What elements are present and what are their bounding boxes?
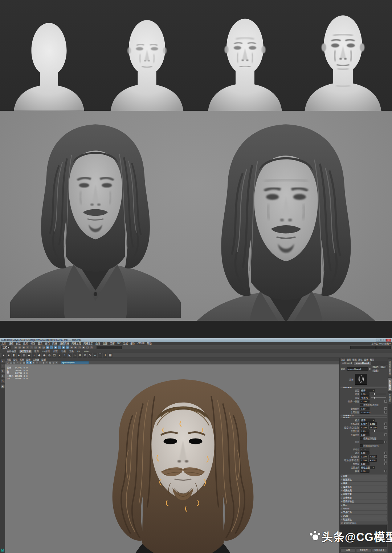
menu-item[interactable]: Arnold <box>138 342 144 345</box>
attribute-editor-menu-item[interactable]: 列表 <box>341 358 345 361</box>
input-line-field[interactable] <box>97 346 122 349</box>
density-field[interactable]: 1.00 <box>360 392 369 396</box>
menu-item[interactable]: 编辑网格 <box>60 342 69 345</box>
shelf-tab[interactable]: 曲线/曲面 <box>6 350 17 353</box>
viewport-toolbar-icon[interactable]: ▧ <box>23 361 25 364</box>
texture-map-icon[interactable] <box>384 407 387 410</box>
status-icon[interactable]: ◪ <box>42 346 45 349</box>
region-mask-a-field[interactable]: 1.000 <box>360 455 368 458</box>
viewport-toolbar-icon[interactable]: ▢ <box>6 361 9 364</box>
section-header-primitive[interactable]: 基本体形状 <box>340 415 387 416</box>
collapsed-section-header[interactable]: 显示 <box>340 504 387 507</box>
tool-icon[interactable]: ✛ <box>1 374 5 378</box>
shelf-tab[interactable]: 动画 <box>60 350 67 353</box>
region-mask-b-field[interactable]: 4.000 <box>369 455 377 458</box>
viewport-toolbar-icon[interactable]: ▯ <box>19 361 22 364</box>
lod-viewport-field[interactable]: 1.417 <box>360 422 368 425</box>
footer-button[interactable]: 复制选项卡 <box>372 548 387 552</box>
curl-field[interactable]: 0.00 <box>360 462 369 465</box>
menu-item[interactable]: 变形 <box>110 342 115 345</box>
status-icon[interactable]: ⚙ <box>90 346 93 349</box>
tool-icon[interactable]: ◌ <box>1 364 5 368</box>
shelf-icon[interactable]: ◍ <box>22 353 26 358</box>
texture-map-icon[interactable] <box>384 459 387 461</box>
footer-button[interactable]: 选择 <box>340 548 355 552</box>
viewport[interactable]: 视图着色照明显示渲染器面板 ▢◫▤▭▯▧◇◆◈☀◐◉≈▨◎± xgDescrip… <box>5 358 339 553</box>
panel-menu-item[interactable]: 渲染器 <box>33 358 39 361</box>
texture-map-icon[interactable] <box>384 433 387 436</box>
panel-menu-item[interactable]: 照明 <box>20 358 24 361</box>
status-icon[interactable]: ▢ <box>86 346 89 349</box>
shelf-icon[interactable]: ✎ <box>88 353 92 358</box>
menu-item[interactable]: 网格 <box>52 342 57 345</box>
width-slider[interactable] <box>371 397 386 398</box>
viewport-toolbar-icon[interactable]: ▭ <box>16 361 19 364</box>
sidebar-toggle-group[interactable] <box>376 346 391 349</box>
status-icon[interactable]: ↶ <box>26 346 29 349</box>
mode-dropdown[interactable]: 修饰 <box>360 419 375 422</box>
type-dropdown[interactable]: 修饰 <box>360 389 375 392</box>
shelf-icon[interactable]: ▲ <box>17 353 21 358</box>
sidebar-tab[interactable]: 通道盒/层编辑器 <box>388 359 392 377</box>
collapsed-section-header[interactable]: 放置属性 <box>340 478 387 481</box>
quick-select-field[interactable] <box>350 346 376 349</box>
viewport-toolbar-icon[interactable]: ◆ <box>29 361 32 364</box>
panel-menu-item[interactable]: 着色 <box>13 358 17 361</box>
menu-item[interactable]: 修改 <box>30 342 35 345</box>
collapsed-section-header[interactable]: 成束效果 <box>340 489 387 492</box>
footer-button[interactable]: 加载属性 <box>356 548 371 552</box>
shelf-icon[interactable]: ▰ <box>27 353 31 358</box>
menu-item[interactable]: 窗口 <box>45 342 50 345</box>
panel-menu-item[interactable]: 显示 <box>26 358 30 361</box>
shelf-icon[interactable]: ⊕ <box>83 353 87 358</box>
width-scale-field[interactable]: 1.30 <box>360 429 369 433</box>
status-icon[interactable]: ▣ <box>82 346 85 349</box>
menu-item[interactable]: 曲线 <box>95 342 100 345</box>
interpolation-dropdown[interactable]: 线性插值 <box>360 466 375 469</box>
texture-map-icon[interactable] <box>384 423 387 425</box>
status-icon[interactable]: ▥ <box>18 346 21 349</box>
collapsed-section-header[interactable]: 区域 <box>340 475 387 478</box>
menu-item[interactable]: 网格显示 <box>83 342 93 345</box>
shelf-icon[interactable]: ↔ <box>93 353 97 358</box>
tool-icon[interactable]: ▣ <box>1 384 5 388</box>
shelf-icon[interactable]: ◎ <box>47 353 52 358</box>
status-icon[interactable]: ⟲ <box>78 346 81 349</box>
shelf-icon[interactable]: ▦ <box>108 353 113 358</box>
viewport-toolbar-icon[interactable]: ◫ <box>9 361 12 364</box>
shelf-tab[interactable]: 雕刻 <box>33 350 40 353</box>
tool-icon[interactable]: ► <box>1 359 5 363</box>
status-icon[interactable]: ◍ <box>66 346 69 349</box>
viewport-toolbar-icon[interactable]: ◎ <box>52 361 55 364</box>
shelf-icon[interactable]: ◖ <box>32 353 36 358</box>
collapsed-section-header[interactable]: UUID <box>340 514 387 518</box>
hide-button[interactable]: 隐藏 <box>372 369 379 372</box>
collapsed-section-header[interactable]: 几何体输出 <box>340 500 387 503</box>
noise-freq-field[interactable]: 1.000 <box>360 459 368 462</box>
attribute-editor-menu-item[interactable]: 帮助 <box>370 358 374 361</box>
tool-icon[interactable]: ✎ <box>1 369 5 373</box>
global-count-field[interactable]: 2780.000 <box>360 411 369 414</box>
shelf-icon[interactable]: ↑ <box>62 353 67 358</box>
show-button[interactable]: 显示 <box>380 366 387 369</box>
density-render-field[interactable]: 16.000 <box>369 426 377 429</box>
attribute-editor-menu-item[interactable]: 显示 <box>364 358 368 361</box>
shelf-tab[interactable]: XGen <box>83 350 90 353</box>
viewport-toolbar-icon[interactable]: ± <box>55 361 58 364</box>
collapsed-section-header[interactable]: 多重效果 <box>340 496 387 500</box>
density-viewport-field[interactable]: 4.000 <box>360 426 368 429</box>
node-name-field[interactable]: groomShape1 <box>347 367 368 371</box>
cv-count-field[interactable]: 1.000 <box>360 400 369 403</box>
panel-menu-item[interactable]: 面板 <box>41 358 46 361</box>
shelf-icon[interactable]: ● <box>1 353 6 358</box>
viewport-toolbar-icon[interactable]: ☀ <box>36 361 38 364</box>
presets-button[interactable]: 预设* <box>372 366 379 369</box>
collapsed-section-header[interactable]: 噪波遮罩 <box>340 485 387 489</box>
menu-item[interactable]: 文件 <box>1 342 6 345</box>
viewport-toolbar-icon[interactable]: ≈ <box>45 361 48 364</box>
menu-item[interactable]: 生成 <box>123 342 128 345</box>
collapsed-section-header[interactable]: 附加属性 <box>340 518 387 521</box>
collapsed-section-header[interactable]: 卷曲 <box>340 482 387 485</box>
status-icon[interactable]: ▦ <box>22 346 25 349</box>
noise-mag-field[interactable]: 4.000 <box>369 459 377 462</box>
